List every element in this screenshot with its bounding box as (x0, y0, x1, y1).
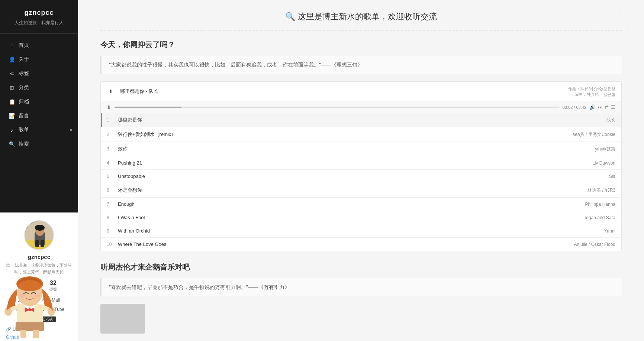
pl-num-7: 7 (107, 202, 118, 207)
nav-icon-archives: 📋 (9, 99, 15, 105)
nav-icon-playlist: ♪ (9, 127, 15, 133)
sidebar-item-message[interactable]: 📝 留言 (0, 109, 78, 123)
player-lyricist: 编曲：朴介纶，김윤철 (568, 92, 615, 97)
playlist-row-9[interactable]: 9 With an Orchid Yanni (101, 224, 621, 238)
main-content: / / \ 🔍 这里是博主新水的歌单，欢迎收听交流 今天，你网抑云了吗？ "大家… (78, 0, 644, 341)
playlist-row-5[interactable]: 5 Unstoppable Sia (101, 170, 621, 183)
pl-name-8: I Was a Fool (118, 215, 584, 220)
avatar (24, 220, 54, 250)
playlist-row-2[interactable]: 2 独行侠+爱如潮水（remix） sea燕 / 吴秀文Cookie (101, 127, 621, 142)
pl-name-3: 致你 (118, 146, 595, 152)
forward-icon[interactable]: ⏭ (598, 104, 602, 110)
time-current: 00:02 (563, 105, 573, 110)
time-total: 03:42 (576, 105, 586, 110)
svg-rect-15 (20, 330, 26, 338)
nav-label-search: 搜索 (19, 141, 29, 147)
nav-label-playlist: 歌单 (19, 127, 29, 133)
sidebar-item-search[interactable]: 🔍 搜索 (0, 137, 78, 151)
nav-label-about: 关于 (19, 56, 29, 63)
blog-title: gzncpcc (6, 9, 72, 17)
volume-icon[interactable]: 🔊 (589, 104, 595, 110)
pl-num-3: 3 (107, 146, 118, 152)
pl-num-6: 6 (107, 188, 118, 193)
menu-icon[interactable]: ☰ (611, 104, 615, 110)
playlist-row-7[interactable]: 7 Enough Philippa Hanna (101, 198, 621, 211)
playlist-row-1[interactable]: 1 哪里都是你 队长 (101, 113, 621, 127)
deco-arrow-tr2: / (627, 22, 629, 30)
post2-section: 听周杰伦才来企鹅音乐对吧 "喜欢就去追吧，毕竟那不是巧合，是牛顿说的万有引力啊。… (100, 262, 622, 334)
nav-icon-message: 📝 (9, 113, 15, 119)
anime-character (0, 267, 59, 341)
repeat-icon[interactable]: ⇄ (605, 104, 609, 110)
pl-num-9: 9 (107, 228, 118, 234)
svg-point-25 (34, 294, 40, 298)
pl-artist-8: Tegan and Sara (584, 215, 615, 220)
pl-artist-4: Liv Dawson (592, 160, 615, 166)
pl-name-4: Pushing 21 (118, 160, 592, 166)
pl-artist-7: Philippa Hanna (585, 202, 615, 207)
post1-quote: "大家都说我的性子很慢，其实我也可以很快，比如，后面有狗追我，或者，你在前面等我… (100, 56, 622, 74)
pl-name-6: 还是会想你 (118, 187, 587, 194)
svg-rect-16 (33, 330, 39, 338)
pl-name-10: Where The Love Goes (118, 241, 574, 247)
post1-section: 今天，你网抑云了吗？ "大家都说我的性子很慢，其实我也可以很快，比如，后面有狗追… (100, 40, 622, 251)
playlist-row-6[interactable]: 6 还是会想你 林达浪 / h3R3 (101, 183, 621, 198)
pl-num-8: 8 (107, 215, 118, 220)
page-title-label: 这里是博主新水的歌单，欢迎收听交流 (298, 12, 437, 21)
nav-icon-tags: 🏷 (9, 71, 15, 77)
post2-title: 听周杰伦才来企鹅音乐对吧 (100, 262, 622, 272)
pl-artist-9: Yanni (604, 228, 615, 234)
pl-name-9: With an Orchid (118, 228, 604, 234)
player-song-meta: 作曲：队长/朴介纶/김윤철 编曲：朴介纶，김윤철 (568, 86, 615, 97)
progress-fill (115, 107, 181, 108)
player-composer: 作曲：队长/朴介纶/김윤철 (568, 86, 615, 92)
pl-artist-10: Anjulie / Oskar Flood (574, 242, 615, 247)
playlist-row-4[interactable]: 4 Pushing 21 Liv Dawson (101, 156, 621, 170)
sidebar-item-playlist[interactable]: ♪ 歌单 (0, 123, 78, 137)
blog-subtitle: 人生如逆旅，我亦是行人 (6, 20, 72, 26)
nav-label-categories: 分类 (19, 84, 29, 91)
nav-label-tags: 标签 (19, 70, 29, 77)
post1-title: 今天，你网抑云了吗？ (100, 40, 622, 50)
pl-num-4: 4 (107, 160, 118, 166)
playlist: 1 哪里都是你 队长 2 独行侠+爱如潮水（remix） sea燕 / 吴秀文C… (101, 113, 621, 251)
playlist-row-8[interactable]: 8 I Was a Fool Tegan and Sara (101, 211, 621, 224)
sidebar-nav: ⌂ 首页 👤 关于 🏷 标签 ⊞ 分类 📋 归档 📝 留言 ♪ 歌单 🔍 搜索 (0, 34, 78, 212)
player-pause-button[interactable]: ⏸ (107, 104, 112, 110)
page-title: 🔍 这里是博主新水的歌单，欢迎收听交流 (100, 11, 622, 22)
page-title-icon: 🔍 (285, 12, 295, 21)
svg-point-13 (28, 308, 31, 311)
player-progress-row: ⏸ 00:02 / 03:42 🔊 ⏭ ⇄ ☰ (101, 101, 621, 113)
sidebar-item-home[interactable]: ⌂ 首页 (0, 38, 78, 52)
player-time: 00:02 / 03:42 (563, 105, 586, 110)
nav-label-home: 首页 (19, 42, 29, 49)
pl-artist-6: 林达浪 / h3R3 (587, 187, 615, 194)
sidebar-item-archives[interactable]: 📋 归档 (0, 95, 78, 109)
nav-icon-categories: ⊞ (9, 85, 15, 91)
sidebar-item-categories[interactable]: ⊞ 分类 (0, 81, 78, 95)
pl-artist-3: yihuik苡慧 (595, 146, 615, 152)
svg-rect-7 (41, 240, 44, 247)
player-song-name: 哪里都是你 - 队长 (120, 88, 568, 95)
nav-label-archives: 归档 (19, 98, 29, 105)
svg-rect-6 (35, 240, 39, 247)
sidebar-header: gzncpcc 人生如逆旅，我亦是行人 (0, 0, 78, 34)
svg-point-5 (35, 225, 45, 231)
playlist-row-10[interactable]: 10 Where The Love Goes Anjulie / Oskar F… (101, 238, 621, 251)
page-title-section: 🔍 这里是博主新水的歌单，欢迎收听交流 (100, 11, 622, 22)
pl-name-7: Enough (118, 201, 585, 207)
progress-track[interactable] (115, 107, 560, 108)
pl-num-10: 10 (107, 242, 118, 247)
sidebar-item-tags[interactable]: 🏷 标签 (0, 66, 78, 81)
post2-media-thumb (100, 304, 145, 334)
pl-name-2: 独行侠+爱如潮水（remix） (118, 131, 573, 138)
player-header: ⏸ 哪里都是你 - 队长 作曲：队长/朴介纶/김윤철 编曲：朴介纶，김윤철 (101, 82, 621, 101)
playlist-row-3[interactable]: 3 致你 yihuik苡慧 (101, 142, 621, 156)
pl-num-5: 5 (107, 174, 118, 179)
player-play-button[interactable]: ⏸ (107, 87, 116, 96)
sidebar-item-about[interactable]: 👤 关于 (0, 52, 78, 66)
pl-artist-5: Sia (609, 174, 615, 179)
post2-quote: "喜欢就去追吧，毕竟那不是巧合，是牛顿说的万有引力啊。"——《万有引力》 (100, 278, 622, 296)
pl-num-1: 1 (107, 117, 118, 123)
nav-label-message: 留言 (19, 113, 29, 119)
